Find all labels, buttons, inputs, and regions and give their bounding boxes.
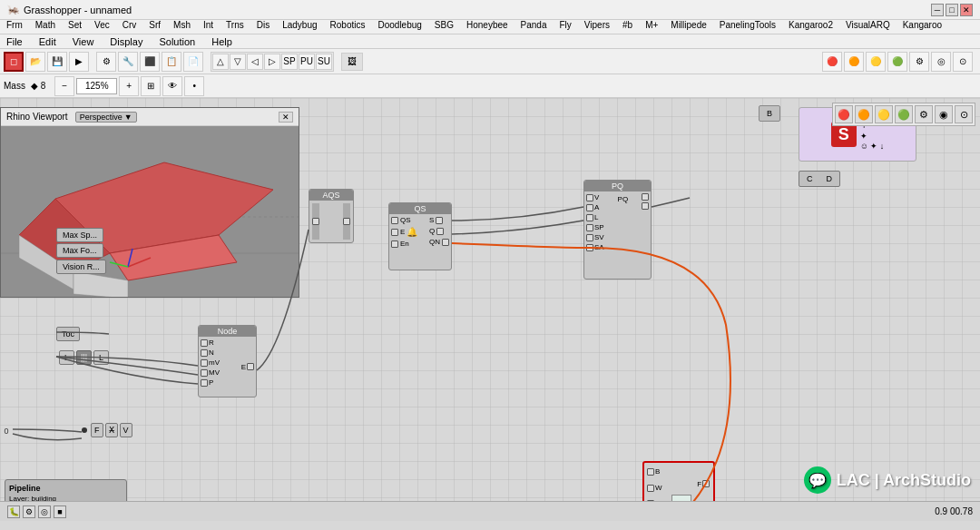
maximize-button[interactable]: □ — [946, 4, 958, 16]
toolbar-btn-1[interactable]: ◻ — [4, 52, 24, 72]
gh-menu-view[interactable]: View — [70, 36, 97, 47]
pq-port-sa[interactable] — [586, 244, 593, 251]
menu-visualarq[interactable]: VisualARQ — [843, 20, 893, 30]
rhino-viewport[interactable]: Rhino Viewport Perspective ▼ ✕ — [0, 107, 299, 298]
toolbar-btn-9[interactable]: 📄 — [183, 52, 203, 72]
menu-math[interactable]: Math — [33, 20, 58, 30]
tb-g1-4[interactable]: ▷ — [264, 54, 280, 70]
b-top-node[interactable]: B — [759, 105, 780, 122]
qs-port-q-out[interactable] — [436, 228, 444, 235]
f-node[interactable]: F — [91, 423, 103, 437]
tb-g1-7[interactable]: SU — [316, 54, 332, 70]
aqs-node[interactable]: AQS — [309, 189, 354, 243]
menu-dis[interactable]: Dis — [254, 20, 272, 30]
menu-msh[interactable]: Msh — [171, 20, 193, 30]
qs-node[interactable]: QS QS E 🔔 En S — [388, 202, 452, 270]
rt-btn-3[interactable]: 🟡 — [875, 105, 893, 123]
qs-port-s-out[interactable] — [436, 217, 443, 224]
canvas-area[interactable]: Rhino Viewport Perspective ▼ ✕ — [0, 98, 980, 521]
motion-port-e-out[interactable] — [247, 363, 254, 370]
tb-r2[interactable]: 🟠 — [844, 52, 864, 72]
status-icon-3[interactable]: ◎ — [38, 505, 51, 518]
viewport-close-btn[interactable]: ✕ — [279, 112, 293, 123]
menu-millipede[interactable]: Millipede — [668, 20, 709, 30]
toolbar-btn-6[interactable]: 🔧 — [118, 52, 138, 72]
tb-g1-3[interactable]: ◁ — [247, 54, 263, 70]
pq-port-sp[interactable] — [586, 224, 593, 231]
menu-sbg[interactable]: SBG — [432, 20, 456, 30]
motion-port-r[interactable] — [201, 339, 208, 347]
motion-port-mv-lower[interactable] — [201, 359, 208, 367]
aqs-port-in[interactable] — [312, 218, 319, 225]
qs-port-e-in[interactable] — [391, 229, 398, 236]
gh-menu-edit[interactable]: Edit — [36, 36, 59, 47]
menu-kangaroo2[interactable]: Kangaroo2 — [786, 20, 836, 30]
menu-wb[interactable]: #b — [620, 20, 635, 30]
tb-r4[interactable]: 🟢 — [887, 52, 907, 72]
minimize-button[interactable]: ─ — [931, 4, 944, 16]
dot-btn[interactable]: • — [184, 76, 204, 96]
tb-img[interactable]: 🖼 — [341, 53, 363, 71]
l-node-1[interactable]: L — [59, 350, 74, 365]
x-node[interactable]: X̶ — [105, 423, 118, 437]
hl-port-f[interactable] — [702, 480, 710, 487]
v-node[interactable]: V — [120, 423, 132, 437]
menu-crv[interactable]: Crv — [120, 20, 140, 30]
qs-port-qn-out[interactable] — [442, 239, 449, 246]
pq-port-l[interactable] — [586, 214, 593, 221]
gh-menu-help[interactable]: Help — [209, 36, 235, 47]
menu-int[interactable]: Int — [201, 20, 216, 30]
qs-port-qs-in[interactable] — [391, 217, 398, 224]
hl-port-b[interactable] — [647, 468, 654, 476]
tb-g1-1[interactable]: △ — [212, 54, 229, 70]
rt-btn-6[interactable]: ◉ — [935, 105, 953, 123]
status-icon-2[interactable]: ⚙ — [23, 505, 35, 518]
toolbar-btn-7[interactable]: ⬛ — [140, 52, 160, 72]
tb-r1[interactable]: 🔴 — [822, 52, 842, 72]
menu-srf[interactable]: Srf — [146, 20, 163, 30]
toc-node[interactable]: Toc — [56, 327, 80, 341]
close-button[interactable]: ✕ — [960, 4, 973, 16]
status-icon-1[interactable]: 🐛 — [7, 505, 20, 518]
menu-fly[interactable]: Fly — [556, 20, 573, 30]
tb-r7[interactable]: ⊙ — [953, 52, 973, 72]
motion-port-n[interactable] — [201, 349, 208, 357]
tb-g1-6[interactable]: PU — [299, 54, 315, 70]
maxsp-node[interactable]: Max Sp... — [56, 228, 103, 242]
menu-vec[interactable]: Vec — [92, 20, 113, 30]
tb-r5[interactable]: ⚙ — [909, 52, 929, 72]
qs-port-en-in[interactable] — [391, 240, 398, 248]
pq-port-r1-out[interactable] — [642, 193, 649, 201]
pq-port-sv[interactable] — [586, 234, 593, 241]
eye-btn[interactable]: 👁 — [162, 76, 182, 96]
aqs-port-out[interactable] — [343, 218, 350, 225]
pq-port-a[interactable] — [586, 204, 593, 211]
l-node-2[interactable]: L — [93, 350, 109, 365]
menu-robotics[interactable]: Robotics — [328, 20, 368, 30]
perspective-dropdown[interactable]: Perspective ▼ — [75, 112, 137, 123]
motion-port-p[interactable] — [201, 379, 208, 387]
tb-r6[interactable]: ◎ — [931, 52, 951, 72]
rt-btn-7[interactable]: ⊙ — [955, 105, 973, 123]
menu-set[interactable]: Set — [65, 20, 84, 30]
cd-node[interactable]: C D — [799, 171, 840, 187]
tb-r3[interactable]: 🟡 — [866, 52, 886, 72]
menu-vipers[interactable]: Vipers — [582, 20, 612, 30]
rt-btn-2[interactable]: 🟠 — [855, 105, 873, 123]
toolbar-btn-5[interactable]: ⚙ — [96, 52, 116, 72]
menu-honeybee[interactable]: Honeybee — [464, 20, 511, 30]
fit-view-btn[interactable]: ⊞ — [141, 76, 161, 96]
menu-panda[interactable]: Panda — [518, 20, 550, 30]
pq-port-v[interactable] — [586, 194, 593, 201]
menu-doodlebug[interactable]: Doodlebug — [375, 20, 424, 30]
toolbar-btn-8[interactable]: 📋 — [162, 52, 181, 72]
gh-menu-display[interactable]: Display — [107, 36, 145, 47]
hl-port-w[interactable] — [647, 485, 654, 492]
motion-port-mv-upper[interactable] — [201, 369, 208, 377]
visionr-node[interactable]: Vision R... — [56, 260, 106, 274]
menu-ladybug[interactable]: Ladybug — [279, 20, 319, 30]
pq-port-r2-out[interactable] — [642, 202, 649, 210]
toolbar-btn-2[interactable]: 📂 — [25, 52, 45, 72]
gh-menu-file[interactable]: File — [4, 36, 25, 47]
menu-mplus[interactable]: M+ — [642, 20, 661, 30]
